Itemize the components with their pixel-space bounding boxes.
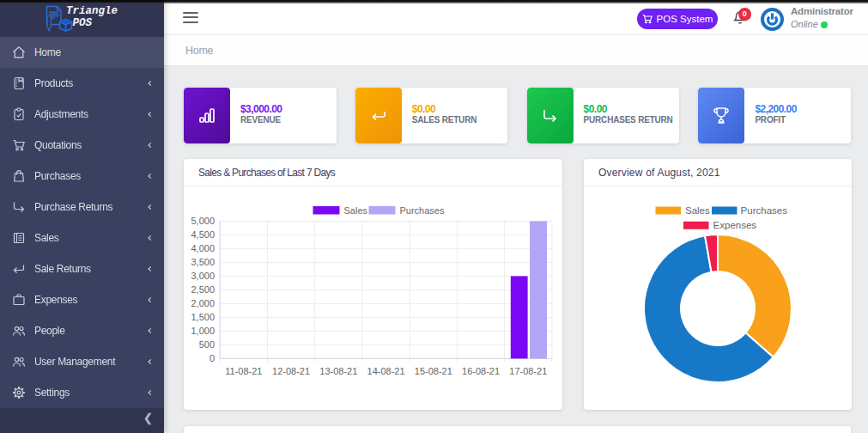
svg-text:2,000: 2,000: [191, 298, 215, 308]
svg-text:Purchases: Purchases: [741, 205, 788, 216]
svg-text:4,000: 4,000: [191, 243, 215, 253]
svg-text:1,000: 1,000: [191, 326, 215, 336]
svg-text:13-08-21: 13-08-21: [319, 366, 357, 376]
svg-text:11-08-21: 11-08-21: [225, 366, 262, 376]
svg-text:5,000: 5,000: [191, 216, 215, 226]
svg-text:17-08-21: 17-08-21: [509, 366, 547, 376]
svg-text:0: 0: [209, 353, 215, 363]
svg-text:Purchases: Purchases: [400, 205, 445, 216]
svg-text:2,500: 2,500: [191, 284, 215, 295]
svg-text:1,500: 1,500: [191, 312, 215, 322]
svg-text:14-08-21: 14-08-21: [367, 366, 405, 376]
svg-text:Expenses: Expenses: [713, 220, 757, 230]
svg-text:Sales: Sales: [685, 205, 710, 216]
svg-text:Sales: Sales: [344, 205, 368, 216]
svg-text:4,500: 4,500: [191, 229, 215, 240]
svg-text:12-08-21: 12-08-21: [272, 366, 310, 376]
svg-text:500: 500: [199, 339, 215, 350]
svg-text:3,000: 3,000: [191, 271, 215, 281]
svg-text:3,500: 3,500: [191, 257, 215, 267]
svg-text:15-08-21: 15-08-21: [415, 366, 452, 376]
svg-text:16-08-21: 16-08-21: [462, 366, 500, 376]
